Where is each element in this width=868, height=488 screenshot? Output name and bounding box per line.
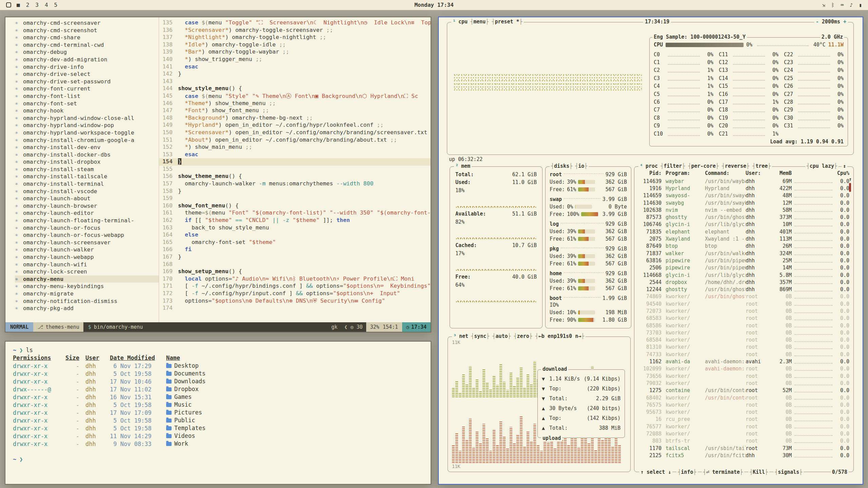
file-item[interactable]: ∗omarchy-launch-browser [15, 202, 159, 210]
file-item[interactable]: ∗omarchy-hyprland-window-close-all [15, 115, 159, 122]
box-tab[interactable]: ┤sync├ [471, 333, 489, 339]
process-row[interactable]: 74733kworker/root0B0.0 [634, 351, 853, 358]
workspace-5[interactable]: 5 [54, 2, 58, 8]
screencast-icon[interactable]: ⇲ [822, 2, 825, 8]
file-item[interactable]: ∗omarchy-dev-add-migration [15, 56, 159, 63]
file-item[interactable]: ∗omarchy-launch-walker [15, 246, 159, 253]
process-row[interactable]: 81310kworker/root0B0.0 [634, 344, 853, 351]
file-item[interactable]: ∗omarchy-hyprland-window-pop [15, 122, 159, 129]
proc-action[interactable]: ┤Kill├ [748, 469, 769, 475]
proc-action[interactable]: ┤signals├ [773, 469, 804, 475]
file-item[interactable]: ∗omarchy-migrate [15, 290, 159, 298]
file-list[interactable]: ∗omarchy-cmd-screensaver∗omarchy-cmd-scr… [5, 17, 159, 322]
process-row[interactable]: 73656kworker/root0B0.0 [634, 372, 853, 380]
os-logo-icon[interactable] [6, 2, 11, 7]
box-tab[interactable]: ┤←b enp191s0 n→├ [535, 333, 585, 339]
box-tab[interactable]: ┤preset *├ [492, 19, 522, 25]
file-item[interactable]: ∗omarchy-debug [15, 48, 159, 56]
file-item[interactable]: ∗omarchy-install-steam [15, 166, 159, 173]
process-row[interactable]: 95673kworker/root0B0.0 [634, 409, 853, 416]
col-program[interactable]: Program: [666, 170, 705, 176]
box-tab[interactable]: ┤reverse├ [722, 163, 749, 169]
btop-window[interactable]: ¹cpu ┤menu├ ┤preset *├ 17:34:19 - 2000ms… [438, 17, 863, 485]
box-tab[interactable]: ┤zero├ [514, 333, 532, 339]
file-item[interactable]: ∗omarchy-drive-info [15, 63, 159, 71]
dir-name[interactable]: Public [174, 416, 195, 424]
dir-name[interactable]: Templates [174, 424, 205, 432]
sort-selector[interactable]: ┤cpu lazy├ [805, 163, 839, 169]
git-branch[interactable]: ⎇themes-menu [33, 322, 83, 332]
process-row[interactable]: 16rcu_preeroot0B0.0 [634, 416, 853, 423]
process-row[interactable]: 76577kworker/root0B0.0 [634, 423, 853, 430]
process-row[interactable]: 68586kworker/root0B0.0 [634, 322, 853, 329]
col-user[interactable]: User: [746, 170, 772, 176]
file-item[interactable]: ∗omarchy-launch-or-focus-webapp [15, 231, 159, 239]
file-item[interactable]: ∗omarchy-font-set [15, 100, 159, 107]
dir-name[interactable]: Desktop [174, 362, 199, 370]
file-item[interactable]: ∗omarchy-pkg-add [15, 305, 159, 312]
scroll-up-icon[interactable]: ↑ [849, 176, 852, 182]
process-row[interactable]: 803btrfs-trroot0B0.0 [634, 438, 853, 445]
file-item[interactable]: ∗omarchy-launch-webapp [15, 253, 159, 261]
process-row[interactable]: 1916HyprlandHyprlanddhh422M0.0 [634, 185, 853, 192]
process-row[interactable]: 102099kworker/avahi-daemon: running [roo… [634, 365, 853, 372]
file-item[interactable]: ∗omarchy-notification-dismiss [15, 298, 159, 305]
process-row[interactable]: 114639waybar/usr/bin/waybardhh69M0.0 [634, 178, 853, 185]
file-item[interactable]: ∗omarchy-install-tailscale [15, 173, 159, 180]
process-row[interactable]: 114630swaybg/usr/bin/swaybg -i /homdhh12… [634, 199, 853, 206]
file-item[interactable]: ∗omarchy-lock-screen [15, 268, 159, 276]
process-row[interactable]: 76575kworker/root0B0.0 [634, 401, 853, 408]
process-row[interactable]: 1170tailscal/usr/sbin/tailscaled --root7… [634, 445, 853, 452]
process-row[interactable]: 1275containe/usr/bin/containerdroot52M0.… [634, 387, 853, 394]
sort-arrows-icon[interactable]: ↕ [842, 163, 847, 169]
file-item[interactable]: ∗omarchy-install-chromium-google-a [15, 137, 159, 144]
process-row[interactable]: 94540kworker/root0B0.0 [634, 300, 853, 307]
process-row[interactable]: 2506pipewire/usr/bin/pipewire-pulsedhh14… [634, 264, 853, 271]
process-row[interactable]: 2544dropbox/home/dhh/.dropbox-distdhh357… [634, 279, 853, 286]
workspace-4[interactable]: 4 [45, 2, 48, 8]
process-row[interactable]: 71837walker/usr/bin/walker --gappldhh324… [634, 250, 853, 257]
file-item[interactable]: ∗omarchy-font-list [15, 93, 159, 100]
process-row[interactable]: 73703kworker/root0B0.0 [634, 329, 853, 336]
workspace-1[interactable]: ■ [17, 2, 20, 8]
keyboard-icon[interactable]: ⌨ [841, 2, 844, 8]
process-row[interactable]: 74869kworker//usr/bin/ghostty --gtk-root… [634, 293, 853, 300]
workspace-3[interactable]: 3 [35, 2, 39, 8]
file-item[interactable]: ∗omarchy-launch-about [15, 195, 159, 202]
file-item[interactable]: ∗omarchy-cmd-terminal-cwd [15, 41, 159, 49]
file-item[interactable]: ∗omarchy-install-dropbox [15, 158, 159, 166]
io-tab[interactable]: ┤io├ [575, 163, 587, 169]
box-tab[interactable]: ┤menu├ [470, 19, 489, 25]
process-row[interactable]: 68583kworker/root0B0.0 [634, 315, 853, 322]
file-item[interactable]: ∗omarchy-install-dev-env [15, 144, 159, 151]
proc-action[interactable]: ┤info├ [676, 469, 697, 475]
interval-minus-button[interactable]: - [816, 19, 819, 25]
proc-scrollbar[interactable] [849, 183, 851, 192]
process-row[interactable]: 87649btopbtopdhh26M0.0 [634, 243, 853, 250]
file-item[interactable]: ∗omarchy-cmd-screenshot [15, 27, 159, 34]
box-tab[interactable]: ┤per-core├ [688, 163, 718, 169]
dir-name[interactable]: Documents [174, 370, 205, 378]
process-row[interactable]: 1162avahi-daavahi-daemon: running [avahi… [634, 358, 853, 365]
dir-name[interactable]: Downloads [174, 378, 205, 385]
disks-tab[interactable]: ┤disks├ [551, 163, 572, 169]
file-item[interactable]: ∗omarchy-hook [15, 107, 159, 115]
workspace-2[interactable]: 2 [26, 2, 29, 8]
process-row[interactable]: 2125fcitx5/usr/bin/fcitx5dhh30M0.0 [634, 452, 853, 459]
process-row[interactable]: 68584kworker/root0B0.0 [634, 337, 853, 344]
process-row[interactable]: 79032kworker/root0B0.0 [634, 380, 853, 387]
interval-plus-button[interactable]: + [843, 19, 846, 25]
process-row[interactable]: 71835elephantelephantdhh401M0.0 [634, 228, 853, 235]
process-row[interactable]: 87573ghostty/usr/bin/ghostty --gtk-dhh37… [634, 214, 853, 221]
dir-name[interactable]: Music [174, 401, 192, 409]
file-item[interactable]: ∗omarchy-launch-wifi [15, 261, 159, 268]
file-item[interactable]: ∗omarchy-cmd-screensaver [15, 19, 159, 27]
file-item[interactable]: ∗omarchy-cmd-share [15, 34, 159, 41]
process-row[interactable]: 68402kworker//usr/bin/containerdroot0B0.… [634, 394, 853, 401]
process-row[interactable]: 106746glycin-i/usr/lib/glycin-loadersdhh… [634, 221, 853, 228]
terminal-window[interactable]: ~❯lsPermissionsSizeUserDate ModifiedName… [5, 341, 431, 485]
file-item[interactable]: ∗omarchy-install-docker-dbs [15, 151, 159, 159]
col-pid[interactable]: Pid: [638, 170, 666, 176]
file-item[interactable]: ∗omarchy-launch-or-focus [15, 224, 159, 232]
file-item[interactable]: ∗omarchy-install-terminal [15, 180, 159, 188]
